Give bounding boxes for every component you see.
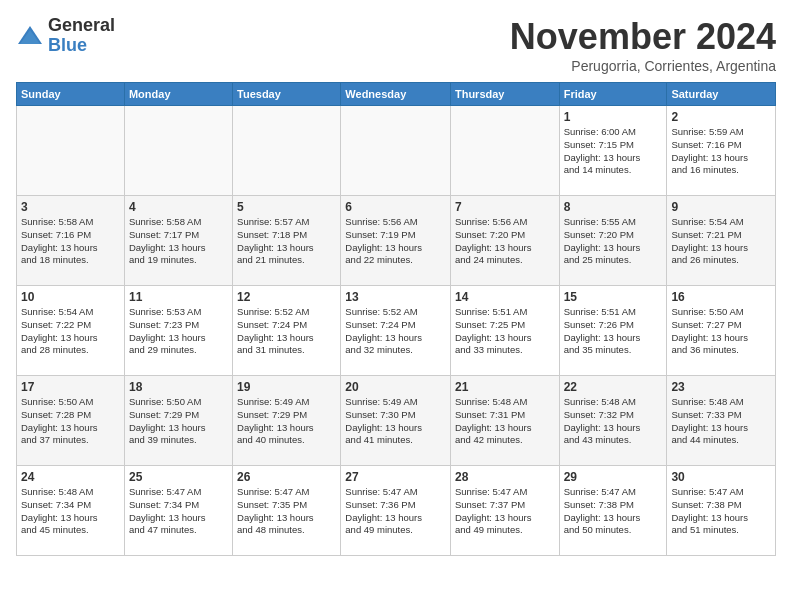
cell-w4-d4: 20Sunrise: 5:49 AMSunset: 7:30 PMDayligh…: [341, 376, 451, 466]
day-number: 13: [345, 290, 446, 304]
day-info: Sunrise: 5:52 AMSunset: 7:24 PMDaylight:…: [237, 306, 336, 357]
week-row-1: 1Sunrise: 6:00 AMSunset: 7:15 PMDaylight…: [17, 106, 776, 196]
cell-w5-d3: 26Sunrise: 5:47 AMSunset: 7:35 PMDayligh…: [233, 466, 341, 556]
day-info: Sunrise: 5:54 AMSunset: 7:21 PMDaylight:…: [671, 216, 771, 267]
day-info: Sunrise: 5:55 AMSunset: 7:20 PMDaylight:…: [564, 216, 663, 267]
title-block: November 2024 Perugorria, Corrientes, Ar…: [510, 16, 776, 74]
logo-icon: [16, 22, 44, 50]
day-info: Sunrise: 5:47 AMSunset: 7:38 PMDaylight:…: [671, 486, 771, 537]
day-number: 23: [671, 380, 771, 394]
cell-w1-d5: [450, 106, 559, 196]
day-info: Sunrise: 5:49 AMSunset: 7:30 PMDaylight:…: [345, 396, 446, 447]
day-info: Sunrise: 6:00 AMSunset: 7:15 PMDaylight:…: [564, 126, 663, 177]
day-number: 19: [237, 380, 336, 394]
logo-blue: Blue: [48, 36, 115, 56]
cell-w3-d3: 12Sunrise: 5:52 AMSunset: 7:24 PMDayligh…: [233, 286, 341, 376]
day-number: 24: [21, 470, 120, 484]
cell-w1-d4: [341, 106, 451, 196]
location-subtitle: Perugorria, Corrientes, Argentina: [510, 58, 776, 74]
day-number: 18: [129, 380, 228, 394]
page-header: General Blue November 2024 Perugorria, C…: [16, 16, 776, 74]
cell-w2-d4: 6Sunrise: 5:56 AMSunset: 7:19 PMDaylight…: [341, 196, 451, 286]
cell-w1-d2: [124, 106, 232, 196]
cell-w4-d1: 17Sunrise: 5:50 AMSunset: 7:28 PMDayligh…: [17, 376, 125, 466]
day-number: 22: [564, 380, 663, 394]
header-thursday: Thursday: [450, 83, 559, 106]
calendar-table: Sunday Monday Tuesday Wednesday Thursday…: [16, 82, 776, 556]
cell-w3-d2: 11Sunrise: 5:53 AMSunset: 7:23 PMDayligh…: [124, 286, 232, 376]
day-info: Sunrise: 5:58 AMSunset: 7:17 PMDaylight:…: [129, 216, 228, 267]
day-number: 15: [564, 290, 663, 304]
day-info: Sunrise: 5:54 AMSunset: 7:22 PMDaylight:…: [21, 306, 120, 357]
day-info: Sunrise: 5:50 AMSunset: 7:27 PMDaylight:…: [671, 306, 771, 357]
day-number: 7: [455, 200, 555, 214]
day-number: 11: [129, 290, 228, 304]
cell-w4-d2: 18Sunrise: 5:50 AMSunset: 7:29 PMDayligh…: [124, 376, 232, 466]
week-row-4: 17Sunrise: 5:50 AMSunset: 7:28 PMDayligh…: [17, 376, 776, 466]
day-number: 3: [21, 200, 120, 214]
day-number: 29: [564, 470, 663, 484]
day-number: 5: [237, 200, 336, 214]
day-number: 2: [671, 110, 771, 124]
day-info: Sunrise: 5:47 AMSunset: 7:37 PMDaylight:…: [455, 486, 555, 537]
cell-w2-d5: 7Sunrise: 5:56 AMSunset: 7:20 PMDaylight…: [450, 196, 559, 286]
day-number: 10: [21, 290, 120, 304]
cell-w2-d2: 4Sunrise: 5:58 AMSunset: 7:17 PMDaylight…: [124, 196, 232, 286]
cell-w4-d6: 22Sunrise: 5:48 AMSunset: 7:32 PMDayligh…: [559, 376, 667, 466]
day-info: Sunrise: 5:51 AMSunset: 7:25 PMDaylight:…: [455, 306, 555, 357]
day-number: 27: [345, 470, 446, 484]
cell-w1-d1: [17, 106, 125, 196]
day-number: 12: [237, 290, 336, 304]
cell-w2-d1: 3Sunrise: 5:58 AMSunset: 7:16 PMDaylight…: [17, 196, 125, 286]
day-info: Sunrise: 5:52 AMSunset: 7:24 PMDaylight:…: [345, 306, 446, 357]
cell-w3-d4: 13Sunrise: 5:52 AMSunset: 7:24 PMDayligh…: [341, 286, 451, 376]
day-info: Sunrise: 5:47 AMSunset: 7:34 PMDaylight:…: [129, 486, 228, 537]
calendar-body: 1Sunrise: 6:00 AMSunset: 7:15 PMDaylight…: [17, 106, 776, 556]
day-info: Sunrise: 5:59 AMSunset: 7:16 PMDaylight:…: [671, 126, 771, 177]
cell-w5-d6: 29Sunrise: 5:47 AMSunset: 7:38 PMDayligh…: [559, 466, 667, 556]
logo-text: General Blue: [48, 16, 115, 56]
day-info: Sunrise: 5:56 AMSunset: 7:19 PMDaylight:…: [345, 216, 446, 267]
day-number: 17: [21, 380, 120, 394]
day-number: 4: [129, 200, 228, 214]
day-number: 16: [671, 290, 771, 304]
cell-w3-d7: 16Sunrise: 5:50 AMSunset: 7:27 PMDayligh…: [667, 286, 776, 376]
month-title: November 2024: [510, 16, 776, 58]
day-info: Sunrise: 5:58 AMSunset: 7:16 PMDaylight:…: [21, 216, 120, 267]
cell-w5-d7: 30Sunrise: 5:47 AMSunset: 7:38 PMDayligh…: [667, 466, 776, 556]
day-number: 28: [455, 470, 555, 484]
day-number: 21: [455, 380, 555, 394]
cell-w4-d3: 19Sunrise: 5:49 AMSunset: 7:29 PMDayligh…: [233, 376, 341, 466]
header-sunday: Sunday: [17, 83, 125, 106]
cell-w4-d5: 21Sunrise: 5:48 AMSunset: 7:31 PMDayligh…: [450, 376, 559, 466]
header-monday: Monday: [124, 83, 232, 106]
logo-general: General: [48, 16, 115, 36]
cell-w1-d7: 2Sunrise: 5:59 AMSunset: 7:16 PMDaylight…: [667, 106, 776, 196]
day-info: Sunrise: 5:56 AMSunset: 7:20 PMDaylight:…: [455, 216, 555, 267]
weekday-header-row: Sunday Monday Tuesday Wednesday Thursday…: [17, 83, 776, 106]
cell-w5-d2: 25Sunrise: 5:47 AMSunset: 7:34 PMDayligh…: [124, 466, 232, 556]
cell-w3-d1: 10Sunrise: 5:54 AMSunset: 7:22 PMDayligh…: [17, 286, 125, 376]
day-info: Sunrise: 5:50 AMSunset: 7:29 PMDaylight:…: [129, 396, 228, 447]
day-number: 25: [129, 470, 228, 484]
cell-w4-d7: 23Sunrise: 5:48 AMSunset: 7:33 PMDayligh…: [667, 376, 776, 466]
day-number: 20: [345, 380, 446, 394]
week-row-2: 3Sunrise: 5:58 AMSunset: 7:16 PMDaylight…: [17, 196, 776, 286]
header-friday: Friday: [559, 83, 667, 106]
day-info: Sunrise: 5:48 AMSunset: 7:31 PMDaylight:…: [455, 396, 555, 447]
logo: General Blue: [16, 16, 115, 56]
day-info: Sunrise: 5:48 AMSunset: 7:34 PMDaylight:…: [21, 486, 120, 537]
cell-w2-d6: 8Sunrise: 5:55 AMSunset: 7:20 PMDaylight…: [559, 196, 667, 286]
header-tuesday: Tuesday: [233, 83, 341, 106]
cell-w2-d7: 9Sunrise: 5:54 AMSunset: 7:21 PMDaylight…: [667, 196, 776, 286]
calendar-header: Sunday Monday Tuesday Wednesday Thursday…: [17, 83, 776, 106]
day-info: Sunrise: 5:48 AMSunset: 7:32 PMDaylight:…: [564, 396, 663, 447]
day-number: 9: [671, 200, 771, 214]
day-info: Sunrise: 5:53 AMSunset: 7:23 PMDaylight:…: [129, 306, 228, 357]
cell-w1-d6: 1Sunrise: 6:00 AMSunset: 7:15 PMDaylight…: [559, 106, 667, 196]
day-number: 14: [455, 290, 555, 304]
cell-w5-d4: 27Sunrise: 5:47 AMSunset: 7:36 PMDayligh…: [341, 466, 451, 556]
day-info: Sunrise: 5:51 AMSunset: 7:26 PMDaylight:…: [564, 306, 663, 357]
day-info: Sunrise: 5:49 AMSunset: 7:29 PMDaylight:…: [237, 396, 336, 447]
day-info: Sunrise: 5:48 AMSunset: 7:33 PMDaylight:…: [671, 396, 771, 447]
